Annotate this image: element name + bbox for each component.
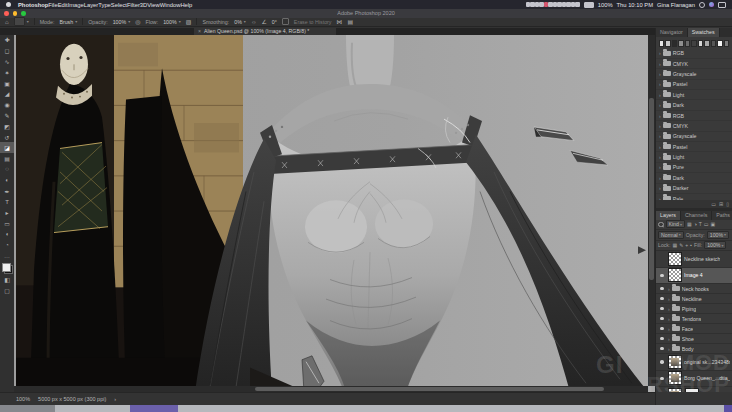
swatch-group[interactable]: ›Grayscale: [656, 132, 732, 142]
foreground-background-colors[interactable]: [2, 263, 13, 274]
opacity-select[interactable]: 100%: [113, 19, 131, 25]
home-icon[interactable]: ⌂: [5, 19, 9, 25]
color-swatch[interactable]: [691, 40, 696, 47]
foreground-color-swatch[interactable]: [2, 263, 11, 272]
screen-mode-button[interactable]: ▢: [0, 285, 14, 296]
panel-tab[interactable]: Navigator: [656, 28, 688, 37]
group-expand-arrow[interactable]: ›: [668, 336, 670, 342]
dock-app-icon[interactable]: [724, 405, 732, 412]
tool-button[interactable]: ◌: [0, 164, 14, 175]
filter-icon[interactable]: ◑: [694, 221, 697, 227]
tool-button[interactable]: …: [0, 250, 14, 261]
color-swatch[interactable]: [672, 40, 677, 47]
swatch-group[interactable]: ›CMYK: [656, 121, 732, 131]
fill-select[interactable]: 100%: [704, 241, 726, 249]
panel-tab[interactable]: Layers: [656, 211, 681, 220]
swatch-group[interactable]: ›CMYK: [656, 59, 732, 69]
document-tab[interactable]: × Alien Queen.psd @ 100% (Image 4, RGB/8…: [194, 28, 336, 35]
tool-button[interactable]: ◉: [0, 99, 14, 110]
lock-icon[interactable]: +: [685, 242, 688, 248]
tool-button[interactable]: ◢: [0, 88, 14, 99]
tool-button[interactable]: ▣: [0, 78, 14, 89]
tool-button[interactable]: ↺: [0, 132, 14, 143]
tool-button[interactable]: T: [0, 196, 14, 207]
footer-icon[interactable]: ▭: [711, 201, 716, 207]
color-swatch[interactable]: [724, 40, 729, 47]
layer-row[interactable]: › Image 4: [656, 268, 732, 285]
tool-button[interactable]: ◐: [0, 175, 14, 186]
color-swatch[interactable]: [685, 40, 690, 47]
layer-row[interactable]: › Neck hooks: [656, 284, 732, 294]
horizontal-scroll-thumb[interactable]: [255, 387, 604, 391]
menu-item[interactable]: View: [147, 2, 159, 8]
color-swatch[interactable]: [659, 40, 664, 47]
swatch-group[interactable]: ›Pastel: [656, 80, 732, 90]
tool-button[interactable]: ◖: [0, 229, 14, 240]
lock-icon[interactable]: ✎: [679, 242, 683, 248]
lock-icon[interactable]: ▪: [690, 242, 692, 248]
layer-thumbnail[interactable]: [668, 355, 682, 369]
layer-row[interactable]: › Shoe: [656, 334, 732, 344]
swatch-group[interactable]: ›Light: [656, 90, 732, 100]
layer-visibility-toggle[interactable]: [658, 274, 666, 278]
mode-select[interactable]: Brush: [59, 19, 77, 25]
tool-button[interactable]: ∿: [0, 56, 14, 67]
color-swatch[interactable]: [678, 40, 683, 47]
tool-button[interactable]: ✶: [0, 67, 14, 78]
symmetry-icon[interactable]: ⋈: [337, 19, 343, 25]
layer-row[interactable]: › Piping: [656, 304, 732, 314]
swatch-group[interactable]: ›RGB: [656, 111, 732, 121]
tool-button[interactable]: ◔: [0, 240, 14, 251]
menu-item[interactable]: Photoshop: [18, 2, 48, 8]
panel-tab[interactable]: Channels: [681, 211, 712, 220]
menu-item[interactable]: Window: [160, 2, 181, 8]
tool-button[interactable]: ▸: [0, 207, 14, 218]
menu-item[interactable]: Edit: [58, 2, 68, 8]
swatch-group[interactable]: ›Light: [656, 152, 732, 162]
swatch-group[interactable]: ›Pastel: [656, 142, 732, 152]
tool-button[interactable]: ◪: [0, 142, 14, 153]
layer-row[interactable]: › Tendons: [656, 314, 732, 324]
smoothing-select[interactable]: 0%: [234, 19, 246, 25]
tool-preset-picker[interactable]: [14, 17, 29, 26]
color-swatch[interactable]: [665, 40, 670, 47]
blend-mode-select[interactable]: Normal: [658, 231, 684, 239]
layer-thumbnail[interactable]: [668, 371, 682, 385]
flow-select[interactable]: 100%: [163, 19, 181, 25]
group-expand-arrow[interactable]: ›: [668, 346, 670, 352]
tool-button[interactable]: ◩: [0, 121, 14, 132]
swatch-group[interactable]: ›RGB: [656, 49, 732, 59]
siri-icon[interactable]: [709, 2, 714, 7]
layer-row[interactable]: › Body: [656, 344, 732, 354]
swatch-group[interactable]: ›Darker: [656, 184, 732, 194]
panel-tab[interactable]: Swatches: [688, 28, 720, 37]
dock-app-icon[interactable]: [130, 405, 178, 412]
swatch-group[interactable]: ›Dark: [656, 100, 732, 110]
status-icon[interactable]: [575, 2, 580, 7]
filter-kind-select[interactable]: Kind: [666, 220, 685, 228]
spotlight-icon[interactable]: [699, 2, 705, 8]
vertical-scroll-thumb[interactable]: [649, 98, 654, 281]
menu-item[interactable]: Layer: [84, 2, 99, 8]
layer-visibility-toggle[interactable]: [658, 327, 666, 331]
footer-icon[interactable]: ⊞: [719, 201, 723, 207]
layer-visibility-toggle[interactable]: [658, 377, 666, 381]
brush-settings-panel-icon[interactable]: ▤: [348, 19, 354, 25]
layer-row[interactable]: › Neckline sketch: [656, 251, 732, 268]
tool-button[interactable]: ▭: [0, 218, 14, 229]
layer-row[interactable]: › Face: [656, 324, 732, 334]
layer-row[interactable]: › Borg Queen_...dtia_11779: [656, 371, 732, 388]
group-expand-arrow[interactable]: ›: [668, 306, 670, 312]
quick-mask-button[interactable]: ◧: [0, 274, 14, 285]
group-expand-arrow[interactable]: ›: [668, 316, 670, 322]
layer-row[interactable]: › original sk...234348r 2: [656, 354, 732, 371]
group-expand-arrow[interactable]: ›: [668, 296, 670, 302]
swatch-group[interactable]: ›Dark: [656, 173, 732, 183]
control-center-icon[interactable]: [718, 2, 726, 8]
group-expand-arrow[interactable]: ›: [668, 326, 670, 332]
panel-tab[interactable]: Paths: [712, 211, 732, 220]
apple-logo-icon[interactable]: [6, 2, 11, 7]
layer-visibility-toggle[interactable]: [658, 307, 666, 311]
clock[interactable]: Thu 10:10 PM: [617, 2, 653, 8]
tool-button[interactable]: ✒: [0, 186, 14, 197]
